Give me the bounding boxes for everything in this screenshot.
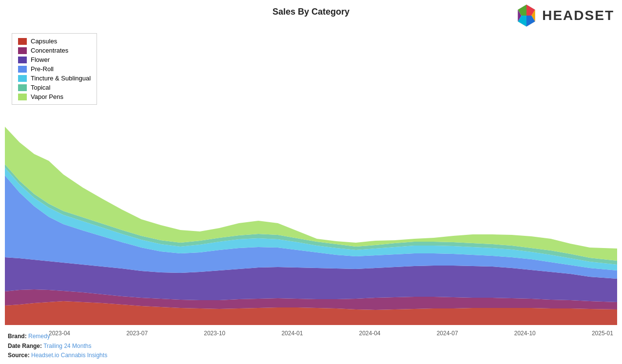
brand-value: Remedy bbox=[28, 333, 50, 340]
legend-item-vapor: Vapor Pens bbox=[18, 93, 91, 100]
legend-color-tincture bbox=[18, 75, 27, 82]
legend-label-topical: Topical bbox=[31, 84, 50, 91]
legend-item-preroll: Pre-Roll bbox=[18, 65, 91, 73]
headset-logo-text: HEADSET bbox=[542, 8, 614, 23]
legend-label-preroll: Pre-Roll bbox=[31, 65, 54, 73]
legend-color-flower bbox=[18, 57, 27, 63]
legend-color-concentrates bbox=[18, 47, 27, 54]
legend-label-flower: Flower bbox=[31, 56, 50, 63]
x-label-7: 2025-01 bbox=[592, 330, 613, 337]
legend-label-tincture: Tincture & Sublingual bbox=[31, 75, 91, 82]
legend-item-flower: Flower bbox=[18, 56, 91, 63]
x-label-2: 2023-10 bbox=[204, 330, 225, 337]
legend-item-tincture: Tincture & Sublingual bbox=[18, 75, 91, 82]
legend-color-topical bbox=[18, 84, 27, 91]
legend-label-capsules: Capsules bbox=[31, 38, 57, 45]
brand-label: Brand: bbox=[8, 333, 27, 340]
headset-logo: HEADSET bbox=[515, 4, 614, 27]
chart-legend: Capsules Concentrates Flower Pre-Roll Ti… bbox=[12, 33, 97, 105]
x-label-4: 2024-04 bbox=[359, 330, 381, 337]
legend-label-vapor: Vapor Pens bbox=[31, 93, 63, 100]
legend-label-concentrates: Concentrates bbox=[31, 47, 68, 54]
source-value: Headset.io Cannabis Insights bbox=[31, 352, 107, 359]
legend-item-topical: Topical bbox=[18, 84, 91, 91]
x-label-6: 2024-10 bbox=[514, 330, 536, 337]
x-label-5: 2024-07 bbox=[437, 330, 458, 337]
headset-logo-icon bbox=[515, 4, 538, 27]
chart-container: Sales By Category HEADSET Capsules bbox=[0, 0, 622, 364]
daterange-value: Trailing 24 Months bbox=[43, 343, 91, 349]
legend-color-preroll bbox=[18, 66, 27, 73]
x-label-3: 2024-01 bbox=[281, 330, 303, 337]
legend-item-capsules: Capsules bbox=[18, 38, 91, 45]
source-label: Source: bbox=[8, 352, 30, 359]
footer-info: Brand: Remedy Date Range: Trailing 24 Mo… bbox=[8, 332, 107, 360]
x-label-1: 2023-07 bbox=[126, 330, 148, 337]
legend-item-concentrates: Concentrates bbox=[18, 47, 91, 54]
legend-color-capsules bbox=[18, 38, 27, 45]
legend-color-vapor bbox=[18, 94, 27, 100]
daterange-label: Date Range: bbox=[8, 343, 42, 349]
